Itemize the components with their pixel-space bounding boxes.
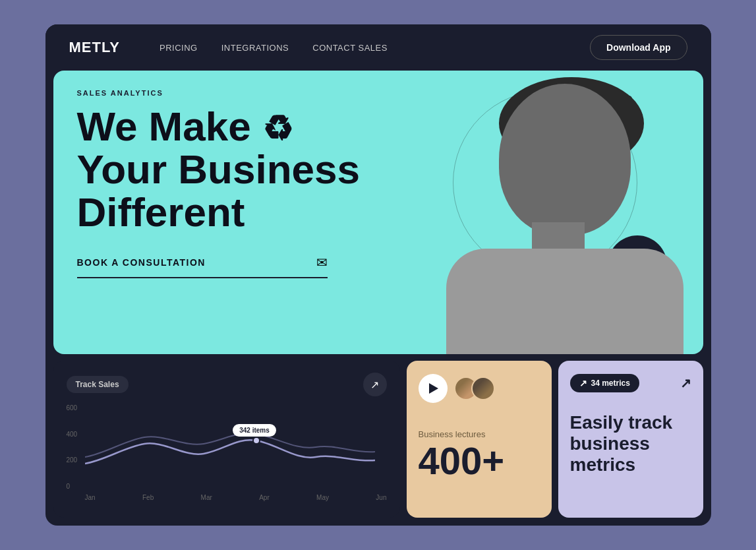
hero-title-line3: Different xyxy=(77,189,245,235)
recycle-icon: ♻ xyxy=(262,109,293,148)
chart-x-labels: Jan Feb Mar Apr May Jun xyxy=(67,494,387,501)
hero-content: SALES ANALYTICS We Make ♻ Your Business … xyxy=(53,71,703,297)
avatar-2 xyxy=(471,377,495,400)
chart-svg xyxy=(85,404,375,483)
lectures-number: 400+ xyxy=(419,442,540,480)
download-button[interactable]: Download App xyxy=(590,35,687,60)
avatar-stack xyxy=(454,377,495,400)
x-label-jun: Jun xyxy=(376,494,386,501)
arrow-up-right-icon: ↗ xyxy=(370,379,379,391)
chart-area: 600 400 200 0 342 items xyxy=(67,404,387,490)
browser-window: METLY PRICING INTEGRATIONS CONTACT SALES… xyxy=(45,24,711,526)
svg-point-0 xyxy=(253,437,260,444)
hero-section: SALES ANALYTICS We Make ♻ Your Business … xyxy=(53,71,703,354)
track-sales-label: Track Sales xyxy=(67,376,129,393)
nav-link-pricing[interactable]: PRICING xyxy=(160,43,198,53)
x-label-mar: Mar xyxy=(201,494,212,501)
logo: METLY xyxy=(69,39,121,56)
x-label-apr: Apr xyxy=(259,494,270,501)
hero-title-line1: We Make xyxy=(77,104,251,149)
chart-y-labels: 600 400 200 0 xyxy=(67,404,78,490)
play-button[interactable] xyxy=(419,374,448,403)
card-lectures: Business lectures 400+ xyxy=(407,361,552,518)
y-label-0: 0 xyxy=(67,483,78,490)
track-sales-arrow-button[interactable]: ↗ xyxy=(363,373,387,396)
metrics-expand-arrow[interactable]: ↗ xyxy=(680,375,691,391)
card-track-header: Track Sales ↗ xyxy=(67,373,387,396)
nav-link-integrations[interactable]: INTEGRATIONS xyxy=(221,43,289,53)
cards-row: Track Sales ↗ 600 400 200 0 xyxy=(45,354,711,526)
nav-links: PRICING INTEGRATIONS CONTACT SALES xyxy=(160,43,590,53)
hero-cta-text[interactable]: BOOK A CONSULTATION xyxy=(77,257,316,268)
metrics-badge: ↗ 34 metrics xyxy=(570,374,639,392)
nav-link-contact[interactable]: CONTACT SALES xyxy=(312,43,388,53)
y-label-600: 600 xyxy=(67,404,78,412)
card-track-sales: Track Sales ↗ 600 400 200 0 xyxy=(53,361,400,518)
x-label-jan: Jan xyxy=(85,494,96,501)
card-lectures-top xyxy=(419,374,540,403)
card-metrics: ↗ 34 metrics ↗ Easily track business met… xyxy=(558,361,703,518)
card-metrics-top: ↗ 34 metrics ↗ xyxy=(570,374,691,392)
hero-title: We Make ♻ Your Business Different xyxy=(77,105,433,233)
hero-tag: SALES ANALYTICS xyxy=(77,89,680,97)
hero-title-line2: Your Business xyxy=(77,146,361,192)
chart-icon: ↗ xyxy=(579,378,587,388)
x-label-feb: Feb xyxy=(142,494,154,501)
metrics-badge-label: 34 metrics xyxy=(591,379,630,388)
y-label-200: 200 xyxy=(67,456,78,464)
hero-cta-row: BOOK A CONSULTATION ✉ xyxy=(77,255,328,278)
lectures-sublabel: Business lectures xyxy=(419,429,540,439)
metrics-title: Easily track business metrics xyxy=(570,412,691,476)
y-label-400: 400 xyxy=(67,431,78,438)
x-label-may: May xyxy=(316,494,329,501)
envelope-icon: ✉ xyxy=(316,255,328,270)
navbar: METLY PRICING INTEGRATIONS CONTACT SALES… xyxy=(45,24,711,71)
chart-tooltip: 342 items xyxy=(233,424,276,437)
play-icon xyxy=(429,383,438,394)
